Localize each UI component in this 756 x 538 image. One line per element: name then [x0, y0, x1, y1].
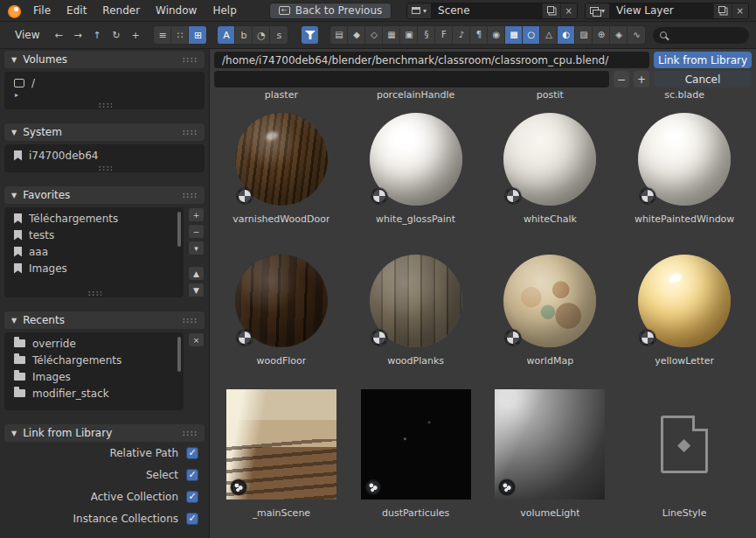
file-item[interactable]: white_glossPaint	[349, 113, 483, 226]
panel-grip-icon[interactable]	[182, 57, 198, 63]
increment-filename-button[interactable]: +	[634, 71, 649, 87]
panel-grip-icon[interactable]	[182, 430, 198, 437]
menu-window[interactable]: Window	[148, 2, 205, 19]
list-item[interactable]: override	[6, 335, 182, 352]
favorites-panel-header[interactable]: ▼ Favorites	[4, 186, 205, 204]
panel-grip-icon[interactable]	[182, 318, 198, 324]
list-item[interactable]: modifier_stack	[6, 385, 182, 402]
filter-backup-icon[interactable]: ◇	[365, 26, 383, 44]
nav-parent-icon[interactable]: ↑	[88, 26, 105, 44]
filename-input[interactable]	[214, 71, 609, 87]
list-scrollbar[interactable]	[177, 337, 181, 372]
panel-grip-icon[interactable]	[182, 129, 198, 136]
link-options-panel-header[interactable]: ▼ Link from Library	[4, 424, 205, 442]
nav-back-icon[interactable]: ←	[50, 26, 66, 44]
path-input[interactable]	[214, 52, 649, 68]
active-collection-checkbox[interactable]: ✓	[186, 491, 198, 503]
filter-sound-icon[interactable]: ♪	[453, 26, 470, 44]
display-list-vertical-icon[interactable]: ≡	[154, 26, 171, 44]
file-item[interactable]: varnishedWoodDoor	[214, 113, 349, 226]
filter-volume-icon[interactable]: ◉	[488, 26, 505, 44]
sort-extension-icon[interactable]: b	[235, 26, 253, 44]
expand-icon[interactable]: ▸	[15, 91, 203, 101]
panel-collapse-icon[interactable]: ▼	[11, 317, 17, 325]
file-item-label[interactable]: plaster	[214, 89, 349, 101]
search-input[interactable]	[671, 29, 742, 41]
panel-collapse-icon[interactable]: ▼	[11, 430, 17, 437]
filter-material-icon[interactable]: ◐	[558, 26, 575, 44]
filter-object-icon[interactable]: ○	[523, 26, 540, 44]
back-to-previous-button[interactable]: ← Back to Previous	[269, 3, 392, 19]
panel-collapse-icon[interactable]: ▼	[11, 56, 17, 64]
panel-collapse-icon[interactable]: ▼	[11, 129, 17, 136]
display-list-horizontal-icon[interactable]: ∷	[171, 26, 189, 44]
move-up-button[interactable]: ▲	[188, 266, 205, 281]
file-item[interactable]: yellowLetter	[617, 255, 752, 367]
add-favorite-button[interactable]: +	[188, 207, 205, 222]
sort-alphabetical-icon[interactable]: A	[218, 26, 235, 44]
list-item[interactable]: Téléchargements	[6, 352, 182, 368]
list-item[interactable]: aaa	[6, 243, 182, 260]
new-scene-button[interactable]	[542, 3, 560, 18]
remove-favorite-button[interactable]: −	[188, 224, 205, 239]
nav-forward-icon[interactable]: →	[69, 26, 86, 44]
refresh-icon[interactable]: ↻	[108, 26, 124, 44]
filter-folder-icon[interactable]: ▤	[330, 26, 348, 44]
list-item[interactable]: tests	[6, 227, 182, 243]
file-item[interactable]: worldMap	[483, 255, 618, 367]
list-item[interactable]: Images	[6, 260, 182, 276]
file-item[interactable]: whiteChalk	[483, 113, 618, 226]
view-layer-name-field[interactable]: View Layer	[609, 3, 713, 18]
file-item[interactable]: whitePaintedWindow	[617, 113, 752, 226]
filter-collection-icon[interactable]: ◈	[610, 26, 628, 44]
link-from-library-button[interactable]: Link from Library	[654, 52, 752, 68]
file-item[interactable]: woodPlanks	[349, 255, 483, 367]
decrement-filename-button[interactable]: −	[614, 71, 629, 87]
recents-panel-header[interactable]: ▼ Recents	[4, 311, 205, 329]
instance-collections-checkbox[interactable]: ✓	[186, 513, 198, 525]
menu-file[interactable]: File	[25, 2, 59, 19]
list-resize-grip-icon[interactable]	[98, 102, 112, 108]
filter-script-icon[interactable]: §	[418, 26, 435, 44]
select-checkbox[interactable]: ✓	[186, 469, 198, 481]
menu-help[interactable]: Help	[205, 2, 244, 19]
filter-mesh-icon[interactable]: △	[540, 26, 558, 44]
filter-texture-icon[interactable]: ▨	[575, 26, 593, 44]
browse-scene-button[interactable]: ▾	[407, 3, 431, 18]
browse-view-layer-button[interactable]: ▾	[586, 3, 609, 18]
list-resize-grip-icon[interactable]	[98, 165, 112, 171]
filter-blend-icon[interactable]: ◆	[348, 26, 365, 44]
file-item[interactable]: _mainScene	[214, 389, 349, 520]
menu-render[interactable]: Render	[94, 2, 148, 19]
sort-size-icon[interactable]: s	[270, 26, 288, 44]
panel-grip-icon[interactable]	[182, 192, 198, 199]
relative-path-checkbox[interactable]: ✓	[186, 447, 198, 459]
new-view-layer-button[interactable]	[713, 3, 732, 18]
file-item[interactable]: woodFloor	[214, 255, 349, 367]
system-panel-header[interactable]: ▼ System	[4, 123, 205, 141]
display-thumbnails-icon[interactable]: ⊞	[189, 26, 206, 44]
blender-logo-icon[interactable]	[7, 3, 22, 18]
filter-text-icon[interactable]: ¶	[470, 26, 488, 44]
file-item-label[interactable]: porcelainHandle	[349, 89, 483, 101]
list-item[interactable]: /	[6, 74, 203, 91]
list-item[interactable]: i74700deb64	[6, 147, 203, 164]
filter-movie-icon[interactable]: ▣	[400, 26, 418, 44]
filter-scene-icon[interactable]: ▩	[505, 26, 523, 44]
list-item[interactable]: Images	[6, 368, 182, 385]
filter-toggle-button[interactable]	[302, 26, 318, 44]
filter-font-icon[interactable]: F	[435, 26, 453, 44]
unlink-scene-button[interactable]: ×	[560, 3, 577, 18]
move-down-button[interactable]: ▼	[188, 283, 205, 297]
sort-time-icon[interactable]: ◔	[253, 26, 270, 44]
filter-image-icon[interactable]: ▦	[383, 26, 400, 44]
menu-edit[interactable]: Edit	[59, 2, 94, 19]
scene-name-field[interactable]: Scene	[431, 3, 542, 18]
file-item-label[interactable]: sc.blade	[617, 89, 752, 101]
filter-linestyle-icon[interactable]: ∿	[628, 26, 645, 44]
list-resize-grip-icon[interactable]	[87, 290, 101, 296]
filter-world-icon[interactable]: ⊕	[593, 26, 610, 44]
list-item[interactable]: Téléchargements	[6, 210, 182, 227]
view-menu[interactable]: View	[7, 26, 47, 44]
list-scrollbar[interactable]	[177, 212, 181, 247]
